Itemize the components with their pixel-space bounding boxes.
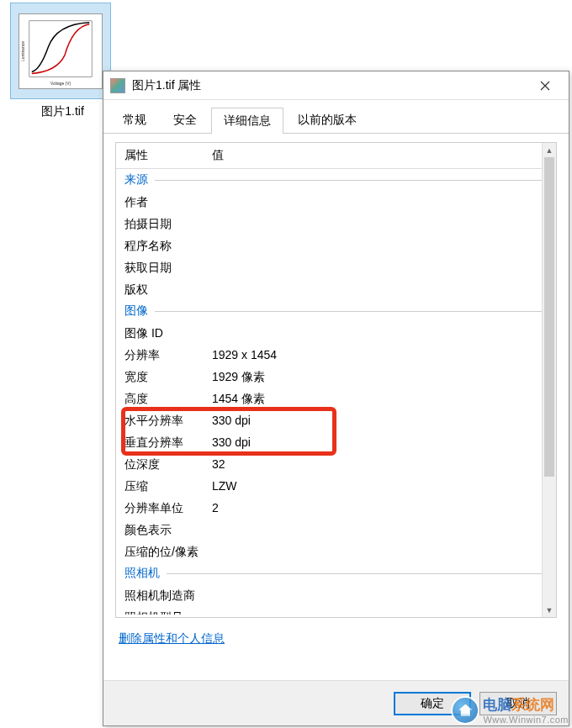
properties-dialog: 图片1.tif 属性 常规 安全 详细信息 以前的版本 属性 值 来源 作者 拍… [103,71,569,726]
tab-previous-versions[interactable]: 以前的版本 [285,107,369,133]
titlebar-icon [110,78,125,93]
watermark-text: 电脑系统网 [483,697,554,713]
scroll-down-icon[interactable]: ▼ [543,603,556,617]
property-row: 拍摄日期 [116,213,556,235]
property-row: 图像 ID [116,322,556,344]
property-row: 作者 [116,191,556,213]
property-row: 分辨率单位2 [116,497,556,519]
scroll-up-icon[interactable]: ▲ [543,143,556,157]
chart-preview: Voltage (V) Luminance [19,13,103,89]
svg-rect-0 [29,20,92,76]
file-name-label: 图片1.tif [10,104,115,119]
property-row: 压缩LZW [116,475,556,497]
details-body: 来源 作者 拍摄日期 程序名称 获取日期 版权 图像 图像 ID 分辨率1929… [116,169,556,615]
property-row: 压缩的位/像素 [116,541,556,562]
property-row: 宽度1929 像素 [116,366,556,388]
watermark-icon [451,696,479,725]
scrollbar[interactable]: ▲ ▼ [542,143,556,617]
property-row: 版权 [116,278,556,300]
tab-security[interactable]: 安全 [161,107,209,133]
column-value: 值 [209,148,556,163]
section-camera: 照相机 [116,562,556,584]
details-panel: 属性 值 来源 作者 拍摄日期 程序名称 获取日期 版权 图像 图像 ID 分辨… [115,142,557,618]
property-row: 垂直分辨率330 dpi [116,431,556,453]
property-row: 高度1454 像素 [116,388,556,409]
file-icon[interactable]: Voltage (V) Luminance 图片1.tif [10,3,115,119]
details-column-header: 属性 值 [116,143,556,169]
property-row: 颜色表示 [116,519,556,541]
svg-text:Voltage (V): Voltage (V) [50,82,71,86]
column-property: 属性 [116,148,209,163]
remove-properties-link[interactable]: 删除属性和个人信息 [119,631,553,646]
dialog-title: 图片1.tif 属性 [132,78,528,93]
titlebar: 图片1.tif 属性 [103,71,569,100]
scroll-thumb[interactable] [544,157,554,477]
property-row: 分辨率1929 x 1454 [116,344,556,366]
property-row: 照相机型号 [116,606,556,615]
file-thumbnail: Voltage (V) Luminance [10,3,111,99]
tab-general[interactable]: 常规 [110,107,159,133]
svg-text:Luminance: Luminance [21,40,25,61]
property-row: 获取日期 [116,256,556,278]
tab-bar: 常规 安全 详细信息 以前的版本 [103,100,569,134]
close-button[interactable] [528,74,562,98]
property-row: 位深度32 [116,453,556,475]
watermark: 电脑系统网 Www.Winwin7.com [451,695,569,725]
property-row: 程序名称 [116,235,556,256]
property-row: 水平分辨率330 dpi [116,409,556,431]
property-row: 照相机制造商 [116,584,556,606]
tab-details[interactable]: 详细信息 [211,108,283,134]
section-image: 图像 [116,300,556,322]
watermark-url: Www.Winwin7.com [483,715,569,725]
section-origin: 来源 [116,169,556,191]
